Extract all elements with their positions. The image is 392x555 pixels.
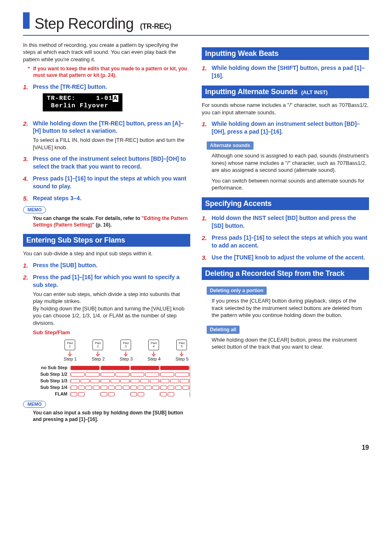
diagram-pad-1: Pad1 (64, 340, 76, 357)
diagram-cell (85, 372, 99, 377)
diagram-row-cells (70, 386, 190, 390)
diagram-cell (170, 379, 179, 383)
page-number: 19 (23, 443, 369, 452)
diagram-step-label-5: Step 5 (174, 356, 190, 362)
lcd-line2: Berlin Flyover (47, 102, 108, 109)
diagram-cell-group (159, 392, 189, 396)
substep-1: Press the [SUB] button. (23, 261, 190, 269)
section-alt-sub: (ALT INST) (301, 89, 327, 95)
main-steps: Press the [TR-REC] button. TR-REC: 1-01A… (23, 83, 190, 202)
alt-intro: For sounds whose name includes a "/" cha… (202, 102, 369, 116)
diagram-cell-group (159, 386, 189, 390)
diagram-row: Sub Step 1/4 (33, 384, 190, 391)
diagram-row-label: no Sub Step (33, 365, 70, 371)
step-4-head: Press pads [1]–[16] to input the steps a… (33, 175, 190, 190)
memo1-text-b: (p. 16). (95, 222, 112, 228)
diagram-cell (111, 379, 120, 383)
acc-step-3: Use the [TUNE] knob to adjust the volume… (202, 254, 369, 261)
diagram-row: no Sub Step (33, 365, 190, 371)
diagram-cell (175, 386, 182, 390)
diagram-cell (131, 386, 137, 390)
diagram-cell-group (70, 372, 100, 377)
step-1: Press the [TR-REC] button. TR-REC: 1-01A… (23, 83, 190, 116)
diagram-cell (115, 372, 129, 377)
step-2: While holding down the [TR-REC] button, … (23, 120, 190, 151)
alt-callout-label: Alternate sounds (207, 141, 254, 150)
section-weak: Inputting Weak Beats (202, 47, 369, 60)
acc-step-1: Hold down the INST select [BD] button an… (202, 214, 369, 230)
memo1-text-a: You can change the scale. For details, r… (33, 215, 142, 221)
alt-callout-body2: You can switch between normal sounds and… (212, 177, 369, 192)
section-alt: Inputting Alternate Sounds (ALT INST) (202, 86, 369, 98)
diagram-cell-group (130, 366, 160, 370)
diagram-row-label: FLAM (33, 391, 70, 397)
memo-2-body: You can also input a sub step by holding… (33, 409, 190, 423)
content-columns: In this method of recording, you create … (23, 42, 369, 427)
diagram-cell (168, 392, 174, 396)
diagram-row-cells (70, 366, 190, 370)
diagram-cell-group (159, 366, 189, 370)
step-3-head: Press one of the instrument select butto… (33, 155, 190, 171)
diagram-step-label-1: Step 1 (62, 356, 78, 362)
step-1-head: Press the [TR-REC] button. (33, 83, 190, 91)
diagram-step-labels: Step 1Step 2Step 3Step 4Step 5 (33, 356, 190, 362)
diagram-grid: no Sub StepSub Step 1/2Sub Step 1/3Sub S… (33, 365, 190, 398)
step-2-head: While holding down the [TR-REC] button, … (33, 120, 190, 135)
weak-step-1-head: While holding down the [SHIFT] button, p… (212, 64, 369, 80)
title-text: Step Recording (TR-REC) (35, 14, 171, 34)
title-sub: (TR-REC) (140, 22, 171, 30)
substep-2: Press the pad [1]–[16] for which you wan… (23, 273, 190, 327)
substep-2-head: Press the pad [1]–[16] for which you wan… (33, 273, 190, 289)
diagram-cell (71, 386, 77, 390)
section-accents: Specifying Accents (202, 197, 369, 210)
diagram-cell (108, 392, 115, 396)
del-all-body: While holding down the [CLEAR] button, p… (212, 336, 369, 351)
diagram-cell (160, 392, 167, 396)
diagram-row-label: Sub Step 1/4 (33, 384, 70, 391)
memo-badge-1: MEMO (23, 206, 46, 213)
diagram-cell (160, 366, 189, 370)
step-4: Press pads [1]–[16] to input the steps a… (23, 175, 190, 190)
pad-box: Pad5 (176, 340, 187, 350)
diagram-cell-group (159, 379, 189, 383)
diagram-row-cells (70, 392, 190, 396)
diagram-row-cells (70, 372, 190, 377)
diagram-cell (101, 379, 110, 383)
diagram-cell (123, 386, 129, 390)
diagram-cell-group (130, 372, 160, 377)
title-main: Step Recording (35, 15, 134, 32)
diagram-cell-group (159, 372, 189, 377)
diagram-cell (180, 379, 189, 383)
section-delete: Deleting a Recorded Step from the Track (202, 267, 369, 280)
diagram-cell (131, 366, 159, 370)
weak-steps: While holding down the [SHIFT] button, p… (202, 64, 369, 80)
diagram-cell-group (100, 392, 130, 396)
intro-text: In this method of recording, you create … (23, 42, 190, 63)
diagram-cell (160, 372, 174, 377)
diagram-cell (93, 386, 99, 390)
section-substeps: Entering Sub Steps or Flams (23, 234, 190, 247)
diagram-row: Sub Step 1/3 (33, 378, 190, 384)
accent-steps: Hold down the INST select [BD] button an… (202, 214, 369, 261)
diagram-cell-group (130, 392, 160, 396)
diagram-cell-group (100, 372, 130, 377)
diagram-cell (90, 379, 99, 383)
pad-box: Pad3 (120, 340, 131, 350)
diagram-row-label: Sub Step 1/3 (33, 378, 70, 384)
pad-box: Pad1 (65, 340, 75, 350)
substep-diagram: Pad1Pad2Pad3Pad4Pad5 Step 1Step 2Step 3S… (33, 340, 190, 398)
diagram-cell (108, 386, 115, 390)
acc-step-2-head: Press pads [1]–[16] to select the steps … (212, 234, 369, 250)
save-note: * If you want to keep the edits that you… (28, 65, 190, 79)
del-portion-body: If you press the [CLEAR] button during p… (212, 297, 369, 319)
diagram-cell-group (70, 379, 100, 383)
step-3: Press one of the instrument select butto… (23, 155, 190, 171)
diagram-cell (160, 379, 169, 383)
diagram-cell (175, 372, 189, 377)
diagram-cell (101, 386, 107, 390)
diagram-row: FLAM (33, 391, 190, 398)
lcd-display: TR-REC: 1-01A Berlin Flyover (43, 93, 122, 111)
substep-1-head: Press the [SUB] button. (33, 261, 190, 269)
memo-badge-2: MEMO (23, 401, 46, 408)
diagram-cell (101, 392, 107, 396)
